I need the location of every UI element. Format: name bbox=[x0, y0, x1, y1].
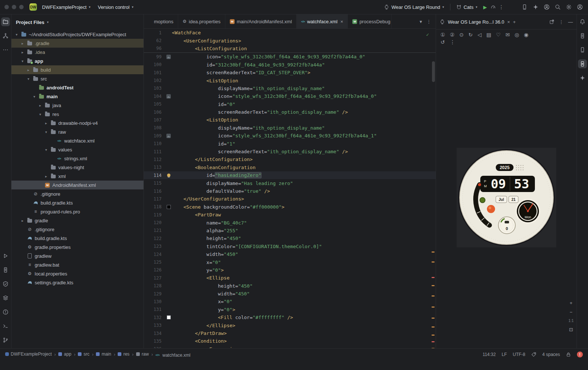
code-line-129[interactable]: 129width="450" bbox=[144, 290, 436, 298]
code-line-118[interactable]: 118<Scene backgroundColor="#ff000000"> bbox=[144, 203, 436, 211]
bulb-marker[interactable] bbox=[165, 174, 172, 177]
tree-item-settings-gradle-kts[interactable]: settings.gradle.kts bbox=[11, 278, 143, 287]
tree-item-build[interactable]: ▸build bbox=[11, 65, 143, 74]
hide-panel-icon[interactable]: — bbox=[568, 19, 573, 25]
notifications-button[interactable] bbox=[578, 17, 587, 26]
tree-item-androidtest[interactable]: androidTest bbox=[11, 83, 143, 92]
device-selector[interactable]: Wear OS Large Round ▾ bbox=[382, 3, 446, 11]
code-line-126[interactable]: 126y="0"> bbox=[144, 266, 436, 274]
breadcrumb-item-raw[interactable]: raw bbox=[136, 352, 149, 357]
code-line-109[interactable]: 109icon="style_wfs_312c30bf_f64a_461e_9c… bbox=[144, 132, 436, 140]
chevron-right-icon[interactable]: ▸ bbox=[20, 41, 25, 45]
zoom-1-1-icon[interactable]: 1:1 bbox=[568, 319, 574, 323]
indent-indicator[interactable]: 4 spaces bbox=[542, 352, 560, 357]
code-line-136[interactable]: 136<Expressions> bbox=[144, 345, 436, 348]
button-1-icon[interactable]: ① bbox=[440, 32, 445, 37]
img-marker[interactable] bbox=[165, 55, 172, 59]
logcat-button[interactable] bbox=[1, 265, 10, 274]
tab-idea-properties[interactable]: ⚙idea.properties bbox=[178, 14, 225, 28]
breadcrumb-item-app[interactable]: app bbox=[58, 352, 71, 357]
profile-icon[interactable] bbox=[577, 4, 583, 10]
chevron-right-icon[interactable]: ▸ bbox=[44, 121, 48, 125]
more-tool-windows-button[interactable] bbox=[1, 45, 10, 54]
tree-item-gradlew[interactable]: gradlew bbox=[11, 251, 143, 260]
back-icon[interactable]: ◁ bbox=[478, 32, 482, 37]
zoom-window-button[interactable] bbox=[19, 5, 24, 9]
chevron-right-icon[interactable]: ▸ bbox=[20, 50, 25, 54]
more-run-options-icon[interactable]: ⋮ bbox=[497, 4, 505, 10]
tree-item-gradle-properties[interactable]: ⚙gradle.properties bbox=[11, 243, 143, 251]
lock-icon[interactable] bbox=[566, 352, 571, 357]
project-menu[interactable]: DWFExampleProject ▾ bbox=[40, 3, 93, 11]
tree-item-values-night[interactable]: values-night bbox=[11, 163, 143, 172]
code-line-121[interactable]: 121alpha="255" bbox=[144, 227, 436, 234]
code-line-122[interactable]: 122height="450" bbox=[144, 234, 436, 242]
code-line-132[interactable]: 132<Fill color="#ffffffff" /> bbox=[144, 314, 436, 321]
code-line-1[interactable]: 1<WatchFace bbox=[144, 29, 436, 37]
inspection-status-icon[interactable]: ✓ bbox=[426, 32, 429, 37]
panel-options-icon[interactable]: ⋮ bbox=[559, 19, 564, 25]
tree-item-values[interactable]: ▾values bbox=[11, 145, 143, 154]
tab-processdebug[interactable]: MprocessDebug bbox=[348, 14, 392, 28]
code-line-111[interactable]: 111screenReaderText="ith_option_display_… bbox=[144, 148, 436, 155]
run-button[interactable]: ▶ bbox=[481, 4, 489, 10]
problems-button[interactable] bbox=[1, 308, 10, 316]
tree-item-proguard-rules-pro[interactable]: ≡proguard-rules.pro bbox=[11, 207, 143, 216]
tree-item-src[interactable]: ▾src bbox=[11, 74, 143, 83]
line-ending-indicator[interactable]: LF bbox=[502, 352, 507, 357]
tree-item-main[interactable]: ▾main bbox=[11, 92, 143, 101]
tree-item-xml[interactable]: ▸xml bbox=[11, 172, 143, 181]
chevron-down-icon[interactable]: ▾ bbox=[32, 95, 37, 99]
reset-icon[interactable]: ↺ bbox=[440, 40, 445, 45]
breadcrumb-item-main[interactable]: main bbox=[96, 352, 111, 357]
chevron-right-icon[interactable]: ▸ bbox=[44, 174, 48, 178]
message-icon[interactable]: ✉ bbox=[505, 32, 510, 37]
breadcrumb-item-res[interactable]: res bbox=[118, 352, 129, 357]
chevron-down-icon[interactable]: ▾ bbox=[44, 148, 48, 152]
tree-item-build-gradle-kts[interactable]: build.gradle.kts bbox=[11, 198, 143, 207]
app-quality-insights-button[interactable] bbox=[1, 280, 10, 288]
code-line-96[interactable]: 96<ListConfiguration bbox=[144, 45, 436, 52]
tree-item-gradle[interactable]: ▸.gradle bbox=[11, 39, 143, 48]
swb-marker[interactable] bbox=[165, 205, 172, 209]
close-window-button[interactable] bbox=[4, 5, 9, 9]
tab-options-icon[interactable]: ⋮ bbox=[426, 19, 431, 24]
code-line-104[interactable]: 104icon="style_wfs_312c30bf_f64a_461e_9c… bbox=[144, 92, 436, 100]
code-editor[interactable]: ✓ 1<WatchFace62<UserConfigurations>96<Li… bbox=[144, 29, 436, 348]
scrollbar-thumb[interactable] bbox=[432, 61, 435, 82]
project-button[interactable] bbox=[1, 17, 10, 26]
tree-item-drawable-nodpi-v4[interactable]: ▸drawable-nodpi-v4 bbox=[11, 119, 143, 127]
code-line-116[interactable]: 116defaultValue="true" /> bbox=[144, 187, 436, 195]
zoom-fit-icon[interactable]: ⊡ bbox=[569, 327, 573, 332]
code-line-99[interactable]: 99icon="style_wfs_312c30bf_f64a_461e_9c9… bbox=[144, 53, 436, 61]
tree-item-local-properties[interactable]: ⚙local.properties bbox=[11, 269, 143, 278]
chevron-down-icon[interactable]: ▾ bbox=[26, 77, 31, 81]
code-line-124[interactable]: 124width="450" bbox=[144, 250, 436, 258]
tree-item-idea[interactable]: ▸.idea bbox=[11, 48, 143, 56]
code-line-112[interactable]: 112</ListConfiguration> bbox=[144, 155, 436, 163]
code-line-115[interactable]: 115displayName="Has leading zero" bbox=[144, 179, 436, 187]
tree-item-gradlew-bat[interactable]: ≡gradlew.bat bbox=[11, 260, 143, 269]
error-badge[interactable]: ! bbox=[577, 352, 583, 357]
code-line-131[interactable]: 131y="0"> bbox=[144, 306, 436, 314]
tree-item-watchface-xml[interactable]: </>watchface.xml bbox=[11, 136, 143, 145]
code-line-130[interactable]: 130x="0" bbox=[144, 298, 436, 305]
device-cast-icon[interactable] bbox=[522, 4, 528, 10]
structure-button[interactable] bbox=[1, 31, 10, 40]
code-line-101[interactable]: 101screenReaderText="ID_CAT_STEP_OVER"> bbox=[144, 69, 436, 76]
img-marker[interactable] bbox=[165, 94, 172, 99]
watch-face-screen[interactable]: 2025 P M 09 53 bbox=[457, 148, 556, 247]
tag-icon[interactable] bbox=[531, 352, 536, 357]
code-line-108[interactable]: 108displayName="ith_option_display_name" bbox=[144, 124, 436, 132]
device-explorer-button[interactable] bbox=[578, 31, 587, 40]
camera-icon[interactable]: ◎ bbox=[515, 32, 519, 37]
code-line-135[interactable]: 135<Condition> bbox=[144, 337, 436, 345]
code-line-134[interactable]: 134</PartDraw> bbox=[144, 329, 436, 337]
tree-item-androidmanifest-xml[interactable]: MAndroidManifest.xml bbox=[11, 181, 143, 189]
window-controls[interactable] bbox=[4, 5, 24, 9]
code-line-133[interactable]: 133</Ellipse> bbox=[144, 321, 436, 329]
add-device-icon[interactable]: + bbox=[513, 19, 516, 25]
button-2-icon[interactable]: ② bbox=[450, 32, 455, 37]
tree-item-gitignore[interactable]: ⊘.gitignore bbox=[11, 189, 143, 198]
sww-marker[interactable] bbox=[165, 315, 172, 319]
